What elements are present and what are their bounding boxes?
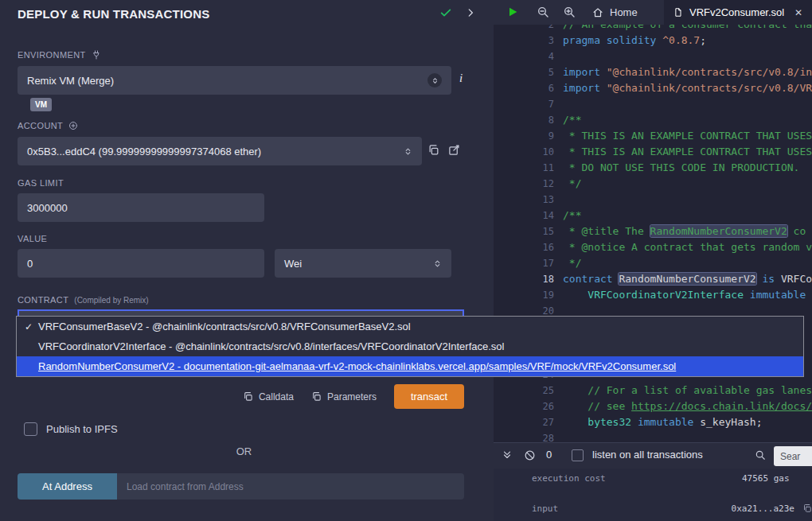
- code-line[interactable]: 8/**: [494, 112, 812, 128]
- line-number[interactable]: 18: [494, 271, 554, 287]
- gas-limit-input[interactable]: [18, 193, 264, 222]
- calldata-button[interactable]: Calldata: [243, 391, 294, 402]
- value-input[interactable]: [18, 249, 264, 278]
- terminal-rows: execution cost47565 gasinput0xa21...a23e: [494, 469, 812, 521]
- code-text: * DO NOT USE THIS CODE IN PRODUCTION.: [554, 160, 799, 176]
- line-number[interactable]: 12: [494, 176, 554, 192]
- publish-ipfs-row: Publish to IPFS: [24, 422, 118, 436]
- code-line[interactable]: 25 // For a list of available gas lanes,: [494, 383, 812, 399]
- code-line[interactable]: 27 bytes32 immutable s_keyHash;: [494, 414, 812, 430]
- code-line[interactable]: 6import "@chainlink/contracts/src/v0.8/V…: [494, 80, 812, 96]
- value-unit-select[interactable]: Wei: [275, 249, 451, 278]
- code-text: // An example of a consumer contract tha…: [554, 25, 812, 33]
- zoom-out-icon[interactable]: [537, 6, 549, 18]
- code-line[interactable]: 4: [494, 49, 812, 64]
- value-unit: Wei: [284, 258, 302, 270]
- environment-select[interactable]: Remix VM (Merge): [18, 66, 451, 95]
- contract-note: (Compiled by Remix): [74, 296, 148, 305]
- code-lines: 2// An example of a consumer contract th…: [494, 25, 812, 442]
- copy-icon: [243, 391, 253, 402]
- parameters-button[interactable]: Parameters: [311, 391, 377, 402]
- code-line[interactable]: 5import "@chainlink/contracts/src/v0.8/i…: [494, 64, 812, 80]
- close-tab-icon[interactable]: ✕: [794, 7, 802, 18]
- line-number[interactable]: 3: [494, 33, 554, 49]
- line-number[interactable]: 4: [494, 49, 554, 64]
- code-line[interactable]: 12 */: [494, 176, 812, 192]
- code-line[interactable]: 15 * @title The RandomNumberConsumerV2 c…: [494, 224, 812, 239]
- code-text: bytes32 immutable s_keyHash;: [554, 414, 762, 430]
- copy-account-icon[interactable]: [427, 144, 439, 156]
- code-text: import "@chainlink/contracts/src/v0.8/in: [554, 64, 812, 80]
- code-line[interactable]: 17 */: [494, 255, 812, 271]
- line-number[interactable]: 27: [494, 414, 554, 430]
- tab-vrfv2consumer[interactable]: VRFv2Consumer.sol ✕: [664, 0, 812, 25]
- code-line[interactable]: 14/**: [494, 208, 812, 224]
- terminal-row: input0xa21...a23e: [494, 499, 812, 521]
- line-number[interactable]: 11: [494, 160, 554, 176]
- account-select[interactable]: 0x5B3...eddC4 (99.99999999999997374068 e…: [18, 137, 422, 165]
- line-number[interactable]: 2: [494, 25, 554, 33]
- code-line[interactable]: 13: [494, 192, 812, 208]
- line-number[interactable]: 7: [494, 96, 554, 112]
- code-line[interactable]: 18contract RandomNumberConsumerV2 is VRF…: [494, 271, 812, 287]
- code-line[interactable]: 16 * @notice A contract that gets random…: [494, 239, 812, 255]
- contract-select-focused-edge[interactable]: [18, 309, 464, 316]
- edit-account-icon[interactable]: [448, 144, 460, 156]
- code-line[interactable]: 26 // see https://docs.chain.link/docs/: [494, 399, 812, 414]
- terminal-row-value: 0xa21...a23e: [732, 504, 794, 514]
- code-line[interactable]: 2// An example of a consumer contract th…: [494, 25, 812, 33]
- at-address-input[interactable]: [117, 473, 464, 500]
- listen-all-transactions-checkbox[interactable]: [572, 449, 584, 461]
- line-number[interactable]: 10: [494, 144, 554, 160]
- code-line[interactable]: 9 * THIS IS AN EXAMPLE CONTRACT THAT USE…: [494, 128, 812, 144]
- chevron-right-icon[interactable]: [465, 6, 476, 19]
- line-number[interactable]: 14: [494, 208, 554, 224]
- line-number[interactable]: 15: [494, 224, 554, 239]
- code-line[interactable]: 19 VRFCoordinatorV2Interface immutable: [494, 287, 812, 303]
- code-line[interactable]: 11 * DO NOT USE THIS CODE IN PRODUCTION.: [494, 160, 812, 176]
- contract-option[interactable]: ✓VRFConsumerBaseV2 - @chainlink/contract…: [17, 317, 803, 336]
- transaction-count-badge: 0: [546, 449, 552, 461]
- code-editor[interactable]: 2// An example of a consumer contract th…: [494, 25, 812, 442]
- at-address-button[interactable]: At Address: [18, 473, 117, 500]
- environment-caret-icon[interactable]: [427, 73, 442, 87]
- line-number[interactable]: 6: [494, 80, 554, 96]
- environment-label-text: ENVIRONMENT: [18, 50, 86, 60]
- expand-terminal-icon[interactable]: [502, 449, 513, 461]
- code-line[interactable]: 10 * THIS IS AN EXAMPLE CONTRACT THAT US…: [494, 144, 812, 160]
- line-number[interactable]: 19: [494, 287, 554, 303]
- line-number[interactable]: 28: [494, 430, 554, 442]
- terminal-content: execution cost47565 gasinput0xa21...a23e: [494, 469, 812, 521]
- code-text: [554, 430, 563, 442]
- plus-circle-icon[interactable]: [68, 121, 78, 130]
- info-icon[interactable]: i: [459, 72, 463, 85]
- code-line[interactable]: 28: [494, 430, 812, 442]
- line-number[interactable]: 16: [494, 239, 554, 255]
- run-script-icon[interactable]: [506, 6, 519, 18]
- updown-caret-icon: [433, 259, 442, 269]
- clear-console-icon[interactable]: [524, 449, 536, 461]
- gas-limit-label: GAS LIMIT: [18, 178, 64, 188]
- code-text: import "@chainlink/contracts/src/v0.8/VR: [554, 80, 812, 96]
- line-number[interactable]: 17: [494, 255, 554, 271]
- publish-ipfs-checkbox[interactable]: [24, 422, 37, 436]
- zoom-in-icon[interactable]: [563, 6, 576, 18]
- code-line[interactable]: 7: [494, 96, 812, 112]
- line-number[interactable]: 9: [494, 128, 554, 144]
- contract-option[interactable]: VRFCoordinatorV2Interface - @chainlink/c…: [17, 336, 803, 356]
- line-number[interactable]: 26: [494, 399, 554, 414]
- updown-caret-icon: [404, 146, 412, 157]
- contract-option-label: RandomNumberConsumerV2 - documentation-g…: [38, 360, 676, 372]
- editor-tabbar: Home VRFv2Consumer.sol ✕: [494, 0, 812, 25]
- tab-home[interactable]: Home: [583, 0, 647, 25]
- line-number[interactable]: 8: [494, 112, 554, 128]
- code-line[interactable]: 3pragma solidity ^0.8.7;: [494, 33, 812, 49]
- line-number[interactable]: 5: [494, 64, 554, 80]
- line-number[interactable]: 13: [494, 192, 554, 208]
- code-text: VRFCoordinatorV2Interface immutable: [554, 287, 812, 303]
- transact-button[interactable]: transact: [394, 384, 464, 409]
- terminal-search-input[interactable]: [774, 446, 812, 466]
- copy-icon[interactable]: [802, 504, 812, 513]
- line-number[interactable]: 25: [494, 383, 554, 399]
- contract-option[interactable]: RandomNumberConsumerV2 - documentation-g…: [17, 356, 803, 376]
